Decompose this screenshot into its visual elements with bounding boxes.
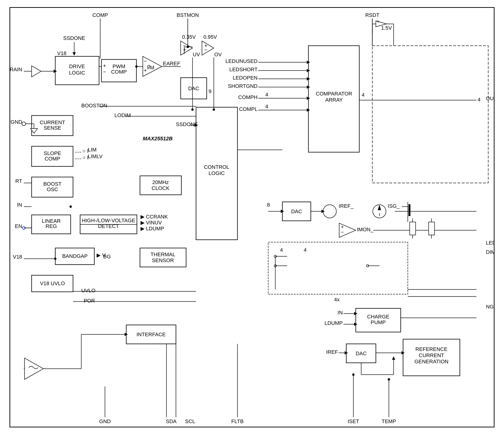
pin-temp-label: TEMP [382,418,396,424]
ldump-label: ▶ LDUMP [141,226,164,232]
dot1 [135,65,138,68]
sc-label2: COMP [45,156,60,162]
cl-label2: LOGIC [208,170,225,176]
pin-drain-label: DRAIN [10,66,22,72]
bstmon-dot [187,45,189,48]
out-4-near: 4 [361,92,364,98]
out-4-label: 4 [478,97,480,103]
pwm-minus: − [103,69,106,75]
booston-label: BOOSTON [81,103,107,109]
ssdone-arrow [73,52,76,55]
sw-4-right: 4 [304,247,306,253]
cs-label2: SENSE [44,125,61,131]
cp-label2: PUMP [371,319,386,325]
dac-9-label: 9 [209,88,212,94]
uv-comp [181,41,193,55]
ledunused-label: LEDUNUSED [225,58,258,64]
pin-en-label: EN [15,223,22,229]
linreg-label2: REG [45,223,57,229]
rcg-label1: REFERENCE [415,346,448,352]
por-label: POR [84,298,95,304]
pin-rsdt-label: RSDT [365,12,379,18]
vinuv-label: ▶ VINUV [141,220,162,226]
pin-in-label: IN [17,202,22,208]
interface-label: INTERFACE [136,331,166,337]
pwm-comp-label2: COMP [111,69,127,75]
pgnd-circle [22,122,26,126]
rsdt-box [372,45,488,183]
uv-plus: + [183,47,186,53]
ov-label: OV [214,52,222,57]
ca-label2: ARRAY [325,97,343,103]
pin-v18-label: V18 [13,254,22,260]
pwm-plus: + [103,63,106,69]
iset-dot [352,373,355,376]
thermal-label2: SENSOR [152,257,174,263]
ilim-label: ○ I [82,148,88,154]
dac-r2-label: DAC [291,208,302,214]
ledopen-label: LEDOPEN [233,75,258,81]
rcg-label2: CURRENT [419,352,444,358]
chip-name: MAX25512B [143,136,173,142]
pin-fltb-label: FLTB [231,418,243,424]
bosc-label2: OSC [47,186,58,192]
compl-4-num: 4 [265,104,268,109]
ilim-sub: LIM [88,147,97,153]
fet-gate-bar [409,204,410,216]
pin-comp-label: COMP [92,12,108,18]
cp-ldump-label: LDUMP [324,320,343,326]
pwm-comp-label1: PWM [113,63,125,69]
dac-8-label: 8 [267,202,270,208]
shortgnd-label: SHORTGND [228,83,258,89]
pin-sda-label: SDA [166,418,177,424]
schmitt-sym [25,358,44,380]
pin-iset-label: ISET [348,418,359,424]
thermal-label1: THERMAL [151,252,175,257]
lodim-label: LODIM [114,112,131,118]
clock-label1: 20MHz [153,179,169,185]
zero35v-label: 0.35V [182,34,196,40]
comph-4-num: 4 [265,92,268,98]
rcg-label3: GENERATION [414,359,449,364]
pin-ngate-label: NGATE [486,304,494,310]
v18uvlo-label: V18 UVLO [40,281,65,286]
ilimlv-sub: LIMLV [88,153,103,159]
gm-plus: + [144,67,147,73]
compl-label: COMPL [239,106,258,112]
current-mirror-box [268,242,408,294]
drive-logic-label1: DRIVE [69,63,85,69]
in-dot [70,205,72,208]
r1-rect [410,222,416,235]
hvlv-label1: HIGH-/LOW-VOLTAGE [82,218,135,223]
iref-out-label: IREF_ [339,203,354,209]
pin-gnd-label: GND [99,418,111,424]
gm-label: g [147,63,150,69]
isg-label: ISG_ [388,203,400,209]
temp-dot [388,378,390,381]
vbg-sub: BG [103,254,111,260]
zero95v-label: 0.95V [203,34,217,40]
hvlv-label2: DETECT [98,223,119,229]
drive-logic-label2: LOGIC [69,70,85,76]
bandgap-label: BANDGAP [62,253,88,259]
sw-4-left: 4 [280,247,283,253]
ref-plus: + [377,18,380,25]
ilimlv-label: ○ I [82,154,88,161]
ov-comp [202,41,214,55]
clock-label2: CLOCK [152,185,170,191]
imon-minus: − [341,229,344,235]
four-x-label: 4x [334,297,340,302]
pin-out-label: OUT_ [486,95,494,101]
cp-label1: CHARGE [367,314,389,320]
ov-cl-dot [213,109,215,111]
pin-bstmon-label: BSTMON [177,12,199,18]
pin-dim-label: DIM [486,249,494,255]
pin-ledgnd-label: LEDGND [486,240,494,246]
cl-label1: CONTROL [204,164,229,170]
imon-label: IMON_ [357,227,373,232]
comph-label: COMPH [238,94,258,100]
uv-label: UV [193,52,200,57]
ccrank-label: ▶ CCRANK [141,214,168,220]
ov-minus: − [204,47,207,53]
pin-pgnd-label: PGND [10,119,22,125]
